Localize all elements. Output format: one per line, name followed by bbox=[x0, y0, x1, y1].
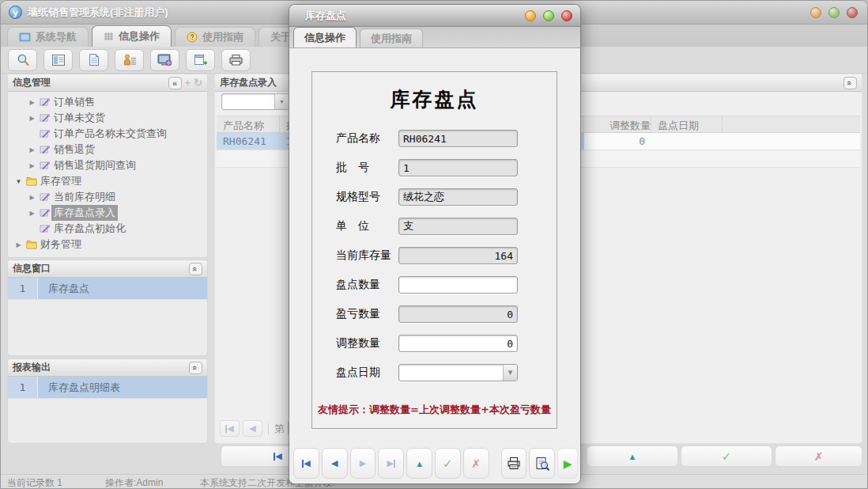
search-button[interactable] bbox=[8, 49, 37, 71]
screen-button[interactable] bbox=[150, 49, 179, 71]
chevron-down-icon[interactable]: ▼ bbox=[503, 365, 517, 381]
tree-item[interactable]: ▶财务管理 bbox=[8, 237, 207, 252]
field-input-7[interactable] bbox=[398, 335, 518, 352]
run-icon: ▶ bbox=[564, 457, 572, 470]
pager-prev-button[interactable]: ◀ bbox=[243, 420, 262, 437]
insert-record-button[interactable]: ▲ bbox=[406, 448, 432, 479]
confirm-button[interactable]: ✓ bbox=[435, 448, 461, 479]
tree-item[interactable]: ▶当前库存明细 bbox=[8, 189, 207, 205]
expander-icon[interactable]: ▶ bbox=[26, 146, 38, 154]
document-button[interactable] bbox=[79, 49, 108, 71]
tree-item[interactable]: ▼库存管理 bbox=[8, 173, 207, 189]
print-preview-button[interactable] bbox=[529, 448, 555, 479]
col-header-adjust: 调整数量 bbox=[584, 116, 651, 132]
list-item[interactable]: 1库存盘点明细表 bbox=[8, 377, 207, 399]
record-insert-button[interactable]: ▲ bbox=[587, 445, 678, 467]
print-tool-icon bbox=[228, 54, 243, 66]
expander-icon[interactable]: ▶ bbox=[26, 115, 38, 122]
form-wand-icon bbox=[38, 113, 51, 123]
report-output-header: 报表输出 « bbox=[8, 359, 207, 377]
maximize-button[interactable] bbox=[828, 7, 840, 18]
tree-item[interactable]: ▶销售退货期间查询 bbox=[8, 157, 207, 173]
col-header-product: 产品名称 bbox=[217, 116, 280, 132]
panel-title: 库存盘点录入 bbox=[220, 76, 277, 89]
pager-first-button[interactable]: ◀ bbox=[220, 420, 240, 437]
stocktake-form: 库存盘点 产品名称批 号规格型号单 位当前库存量盘点数量盈亏数量调整数量盘点日期… bbox=[311, 71, 557, 429]
list-item[interactable]: 1库存盘点 bbox=[8, 278, 207, 300]
search-icon bbox=[16, 53, 30, 67]
close-button[interactable] bbox=[847, 7, 858, 18]
info-management-header: 信息管理 « + ↻ bbox=[8, 74, 207, 92]
user-report-button[interactable] bbox=[115, 49, 144, 71]
collapse-up-icon[interactable]: « bbox=[843, 77, 857, 89]
filter-combobox[interactable]: ▼ bbox=[221, 93, 289, 110]
report-output-list: 1库存盘点明细表 bbox=[8, 377, 207, 399]
expander-icon[interactable]: ▶ bbox=[13, 241, 25, 248]
expander-icon[interactable]: ▶ bbox=[26, 99, 38, 106]
dialog-minimize-button[interactable] bbox=[525, 10, 536, 21]
help-coin-icon bbox=[187, 32, 198, 43]
run-button[interactable]: ▶ bbox=[557, 448, 578, 479]
tree-item[interactable]: 库存盘点初始化 bbox=[8, 221, 207, 237]
report-output-panel: 报表输出 « 1库存盘点明细表 bbox=[7, 358, 208, 444]
dialog-maximize-button[interactable] bbox=[543, 10, 554, 21]
tree-item-label: 当前库存明细 bbox=[51, 189, 118, 205]
collapse-up-icon[interactable]: « bbox=[189, 263, 202, 275]
form-heading: 库存盘点 bbox=[312, 86, 557, 112]
form-view-button[interactable] bbox=[43, 49, 73, 71]
tree-item[interactable]: 订单产品名称未交货查询 bbox=[8, 126, 207, 142]
field-input-5[interactable] bbox=[398, 276, 518, 294]
status-operator: 操作者:Admin bbox=[105, 476, 163, 489]
tree-item-label: 库存盘点初始化 bbox=[51, 221, 128, 237]
record-confirm-button[interactable]: ✓ bbox=[681, 445, 772, 467]
dialog-tab-info-operation[interactable]: 信息操作 bbox=[293, 27, 357, 47]
chevron-down-icon: ▼ bbox=[274, 94, 289, 109]
next-record-button[interactable]: ▶ bbox=[350, 448, 376, 479]
add-window-button[interactable] bbox=[186, 49, 215, 71]
expander-icon[interactable]: ▶ bbox=[26, 194, 38, 201]
tab-system-nav[interactable]: 系统导航 bbox=[7, 27, 89, 47]
record-cancel-button[interactable]: ✗ bbox=[775, 445, 862, 467]
tree-item-label: 订单产品名称未交货查询 bbox=[51, 126, 169, 142]
print-button[interactable] bbox=[501, 448, 527, 479]
cancel-button[interactable]: ✗ bbox=[463, 448, 489, 479]
field-input-6 bbox=[398, 305, 518, 323]
tree-item[interactable]: ▶销售退货 bbox=[8, 142, 207, 157]
last-record-icon: ▶ bbox=[387, 458, 395, 468]
field-label: 单 位 bbox=[336, 219, 394, 233]
combobox-value bbox=[222, 94, 274, 109]
refresh-icon[interactable]: ↻ bbox=[194, 77, 202, 89]
dialog-close-button[interactable] bbox=[561, 10, 572, 21]
collapse-left-icon[interactable]: « bbox=[168, 77, 182, 89]
expander-icon[interactable]: ▼ bbox=[13, 178, 25, 185]
tree-item[interactable]: ▶订单未交货 bbox=[8, 110, 207, 126]
form-wand-icon bbox=[38, 97, 51, 107]
info-window-list: 1库存盘点 bbox=[8, 278, 207, 300]
form-wand-icon bbox=[38, 161, 51, 170]
minimize-button[interactable] bbox=[810, 7, 821, 18]
form-list-icon bbox=[51, 54, 66, 66]
expander-icon[interactable]: ▶ bbox=[26, 210, 38, 217]
folder-icon bbox=[25, 176, 38, 186]
document-icon bbox=[89, 53, 100, 66]
print-tool-button[interactable] bbox=[221, 49, 251, 71]
expander-icon[interactable]: ▶ bbox=[26, 162, 38, 169]
tree-item-label: 销售退货 bbox=[51, 142, 97, 157]
collapse-up-icon[interactable]: « bbox=[189, 362, 202, 374]
list-item-label: 库存盘点明细表 bbox=[38, 377, 120, 398]
plus-icon[interactable]: + bbox=[185, 77, 191, 89]
panel-title: 信息管理 bbox=[13, 76, 51, 89]
tree-item[interactable]: ▶订单销售 bbox=[8, 94, 207, 110]
tab-user-guide[interactable]: 使用指南 bbox=[175, 27, 255, 47]
field-input-8[interactable] bbox=[398, 364, 518, 381]
tree-item[interactable]: ▶库存盘点录入 bbox=[8, 205, 207, 221]
first-record-button[interactable]: ◀ bbox=[293, 448, 319, 479]
tree-item-label: 销售退货期间查询 bbox=[51, 157, 138, 173]
grid-icon bbox=[104, 32, 114, 41]
cell-adjust: 0 bbox=[584, 133, 651, 150]
form-row: 盘点日期▼ bbox=[312, 364, 557, 381]
prev-record-button[interactable]: ◀ bbox=[322, 448, 348, 479]
last-record-button[interactable]: ▶ bbox=[378, 448, 404, 479]
dialog-tab-user-guide[interactable]: 使用指南 bbox=[360, 28, 423, 47]
tab-info-operation[interactable]: 信息操作 bbox=[92, 25, 172, 47]
